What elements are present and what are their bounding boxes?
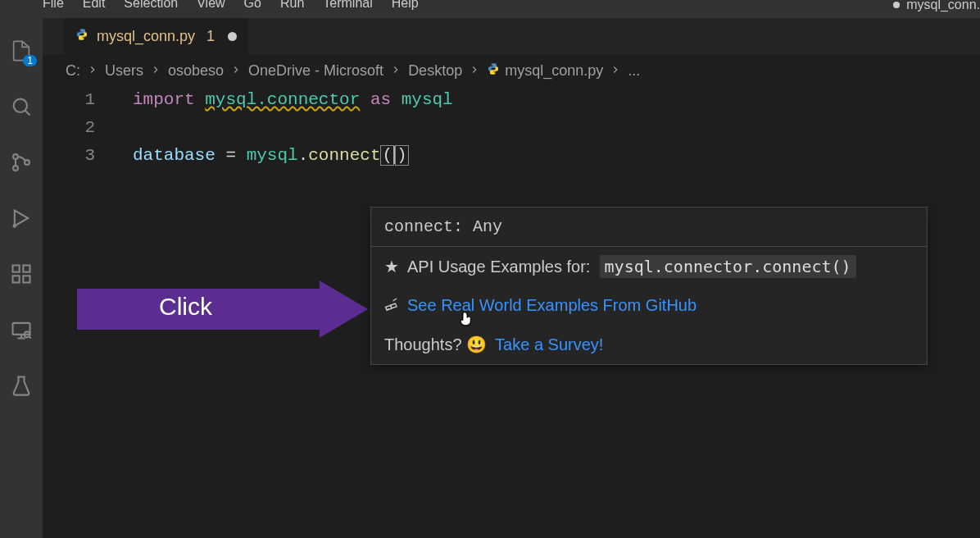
crumb[interactable]: ... — [628, 62, 640, 80]
crumb[interactable]: OneDrive - Microsoft — [248, 62, 383, 80]
extensions-icon[interactable] — [10, 262, 33, 285]
svg-rect-5 — [13, 266, 20, 272]
hover-signature: connect: Any — [371, 207, 927, 246]
star-icon: ★ — [384, 258, 399, 276]
menu-go[interactable]: Go — [236, 0, 270, 9]
python-file-icon — [75, 28, 88, 44]
modified-indicator-icon — [228, 32, 237, 41]
svg-point-4 — [13, 224, 17, 228]
hover-link-row: See Real World Examples From GitHub — [371, 286, 927, 325]
crumb[interactable]: mysql_conn.py — [487, 62, 603, 80]
take-survey-link[interactable]: Take a Survey! — [495, 335, 603, 353]
code-line[interactable] — [133, 114, 980, 142]
menubar: File Edit Selection View Go Run Terminal… — [0, 0, 980, 18]
line-number: 1 — [43, 86, 133, 114]
breadcrumbs[interactable]: C: Users osobeso OneDrive - Microsoft De… — [43, 54, 980, 84]
crumb[interactable]: osobeso — [168, 62, 224, 80]
line-number: 2 — [43, 114, 133, 142]
svg-rect-6 — [13, 276, 20, 282]
menu-file[interactable]: File — [34, 0, 72, 9]
chevron-right-icon — [87, 62, 98, 80]
svg-rect-7 — [23, 276, 29, 282]
svg-point-3 — [25, 160, 29, 165]
menu-edit[interactable]: Edit — [75, 0, 114, 9]
menu-terminal[interactable]: Terminal — [315, 0, 380, 9]
click-annotation: Click — [77, 280, 368, 338]
see-examples-link[interactable]: See Real World Examples From GitHub — [407, 296, 696, 314]
svg-rect-9 — [13, 323, 30, 335]
testing-icon[interactable] — [10, 374, 33, 397]
python-file-icon — [487, 62, 500, 75]
code-line[interactable]: import mysql.connector as mysql — [133, 86, 980, 114]
chevron-right-icon — [390, 62, 402, 80]
run-debug-icon[interactable] — [10, 207, 33, 230]
smile-emoji-icon: 😃 — [466, 335, 487, 353]
modified-dot-icon — [893, 2, 900, 8]
hover-survey-row: Thoughts? 😃Take a Survey! — [371, 325, 927, 364]
editor-area: mysql_conn.py 1 C: Users osobeso OneDriv… — [43, 18, 980, 538]
source-control-icon[interactable] — [10, 151, 33, 174]
titlebar-filename: mysql_conn. — [893, 0, 980, 12]
chevron-right-icon — [150, 62, 161, 80]
chevron-right-icon — [610, 62, 621, 80]
svg-point-0 — [14, 99, 27, 112]
hover-api-examples: ★API Usage Examples for: mysql.connector… — [371, 246, 927, 286]
menu-help[interactable]: Help — [383, 0, 427, 9]
menu-selection[interactable]: Selection — [116, 0, 186, 9]
crumb[interactable]: Users — [105, 62, 143, 80]
crumb[interactable]: C: — [66, 62, 80, 80]
tab-bar: mysql_conn.py 1 — [43, 18, 980, 54]
line-number: 3 — [43, 142, 133, 170]
svg-point-1 — [13, 154, 18, 159]
code-editor[interactable]: 1 import mysql.connector as mysql 2 3 da… — [43, 84, 980, 170]
search-icon[interactable] — [10, 95, 33, 118]
api-code: mysql.connector.connect() — [600, 255, 856, 278]
tab-suffix: 1 — [206, 28, 215, 45]
activity-bar: 1 — [0, 18, 43, 538]
svg-point-2 — [13, 166, 18, 171]
remote-icon[interactable] — [10, 318, 33, 341]
crumb[interactable]: Desktop — [408, 62, 462, 80]
hover-tooltip: connect: Any ★API Usage Examples for: my… — [370, 207, 928, 365]
code-line[interactable]: database = mysql.connect() — [133, 142, 980, 170]
explorer-badge: 1 — [23, 55, 37, 66]
explorer-icon[interactable]: 1 — [10, 39, 33, 62]
annotation-label: Click — [159, 293, 212, 321]
tab-label: mysql_conn.py — [97, 28, 195, 45]
telescope-icon — [384, 296, 399, 314]
chevron-right-icon — [469, 62, 480, 80]
svg-rect-8 — [23, 266, 29, 272]
tab-mysql-conn[interactable]: mysql_conn.py 1 — [64, 18, 248, 54]
menu-view[interactable]: View — [188, 0, 233, 9]
chevron-right-icon — [230, 62, 242, 80]
menu-run[interactable]: Run — [272, 0, 312, 9]
